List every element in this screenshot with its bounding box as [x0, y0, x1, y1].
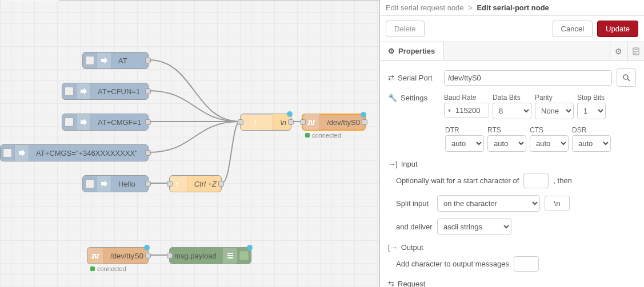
start-char-input[interactable] — [523, 173, 549, 188]
inject-button[interactable] — [3, 148, 12, 157]
inject-icon — [76, 114, 91, 130]
node-inject-cmgs[interactable]: AT+CMGS="+346XXXXXXXX" — [0, 144, 149, 161]
changed-dot — [247, 245, 253, 250]
arrow-in-icon: →] — [388, 160, 398, 168]
debug-toggle[interactable] — [239, 251, 249, 260]
dsr-select[interactable]: auto — [572, 135, 611, 152]
inject-icon — [76, 83, 91, 99]
cancel-button[interactable]: Cancel — [553, 21, 593, 37]
node-label: /dev/ttyS0 — [322, 118, 365, 127]
delete-button[interactable]: Delete — [386, 21, 425, 37]
split-char-input[interactable] — [545, 196, 570, 211]
crumb-parent[interactable]: Edit serial request node — [386, 3, 464, 12]
svg-text:f: f — [176, 181, 178, 188]
arrow-out-icon: [→ — [388, 243, 398, 252]
inject-button[interactable] — [85, 56, 94, 65]
crumb-current: Edit serial-port node — [477, 3, 549, 12]
update-button[interactable]: Update — [597, 21, 638, 37]
changed-dot — [144, 245, 150, 250]
tab-properties[interactable]: ⚙ Properties — [380, 42, 443, 60]
dtr-select[interactable]: auto — [445, 135, 484, 152]
baud-rate-input[interactable]: ▾ — [444, 103, 489, 118]
node-label: msg.payload — [170, 252, 221, 260]
exchange-icon: ⇆ — [388, 280, 394, 287]
stop-bits-select[interactable]: 1 — [577, 103, 606, 119]
changed-dot — [361, 112, 366, 118]
node-label: /dev/ttyS0 — [106, 252, 148, 260]
svg-rect-2 — [227, 253, 233, 254]
debug-icon — [222, 248, 237, 264]
node-label: AT+CMGS="+346XXXXXXXX" — [31, 149, 142, 157]
node-status: connected — [305, 132, 341, 139]
output-char-input[interactable] — [514, 256, 539, 272]
inject-icon — [14, 145, 29, 161]
inject-button[interactable] — [85, 179, 94, 188]
cts-select[interactable]: auto — [530, 135, 569, 152]
search-port-button[interactable] — [617, 68, 636, 87]
wrench-icon: 🔧 — [388, 94, 397, 102]
node-label: Ctrl +Z — [190, 180, 221, 188]
breadcrumb: Edit serial request node > Edit serial-p… — [380, 0, 644, 16]
node-function-nl[interactable]: f \n — [240, 114, 291, 131]
inject-icon — [97, 176, 111, 192]
node-serial-out[interactable]: /dev/ttyS0 — [302, 114, 366, 131]
changed-dot — [287, 111, 293, 117]
tab-settings-icon[interactable]: ⚙ — [610, 42, 627, 60]
inject-icon — [97, 52, 111, 68]
edit-panel: Edit serial request node > Edit serial-p… — [379, 0, 644, 287]
shuffle-icon: ⇄ — [388, 74, 394, 82]
inject-button[interactable] — [65, 87, 74, 96]
svg-line-10 — [627, 79, 630, 81]
node-status: connected — [90, 265, 126, 272]
node-debug[interactable]: msg.payload — [169, 247, 251, 264]
node-label: AT+CFUN=1 — [93, 87, 145, 96]
flow-canvas[interactable]: AT AT+CFUN=1 AT+CMGF=1 AT+CMGS="+346XXXX… — [0, 14, 379, 287]
node-function-ctrlz[interactable]: f Ctrl +Z — [169, 175, 222, 192]
svg-rect-4 — [227, 257, 233, 258]
svg-text:f: f — [254, 119, 257, 126]
workspace-tab[interactable]: GSM — [0, 0, 59, 1]
function-icon: f — [241, 114, 273, 130]
node-inject-cmgf[interactable]: AT+CMGF=1 — [62, 114, 149, 131]
node-inject-at[interactable]: AT — [82, 52, 149, 69]
svg-point-9 — [623, 75, 628, 79]
svg-rect-3 — [227, 255, 233, 256]
chevron-down-icon[interactable]: ▾ — [445, 107, 454, 114]
node-serial-in[interactable]: /dev/ttyS0 — [87, 247, 149, 264]
tab-docs-icon[interactable] — [627, 42, 644, 60]
data-bits-select[interactable]: 8 — [493, 103, 531, 119]
serial-port-input[interactable] — [444, 70, 612, 86]
split-mode-select[interactable]: on the character — [437, 195, 540, 212]
node-label: AT+CMGF=1 — [93, 118, 146, 127]
node-inject-cfun[interactable]: AT+CFUN=1 — [62, 83, 149, 100]
inject-button[interactable] — [65, 118, 74, 127]
gear-icon: ⚙ — [388, 47, 395, 55]
serial-icon — [87, 248, 103, 264]
node-inject-hello[interactable]: Hello — [82, 175, 149, 192]
node-label: Hello — [114, 180, 140, 188]
node-label: AT — [114, 56, 132, 65]
deliver-select[interactable]: ascii strings — [437, 219, 511, 235]
parity-select[interactable]: None — [535, 103, 574, 119]
rts-select[interactable]: auto — [487, 135, 526, 152]
